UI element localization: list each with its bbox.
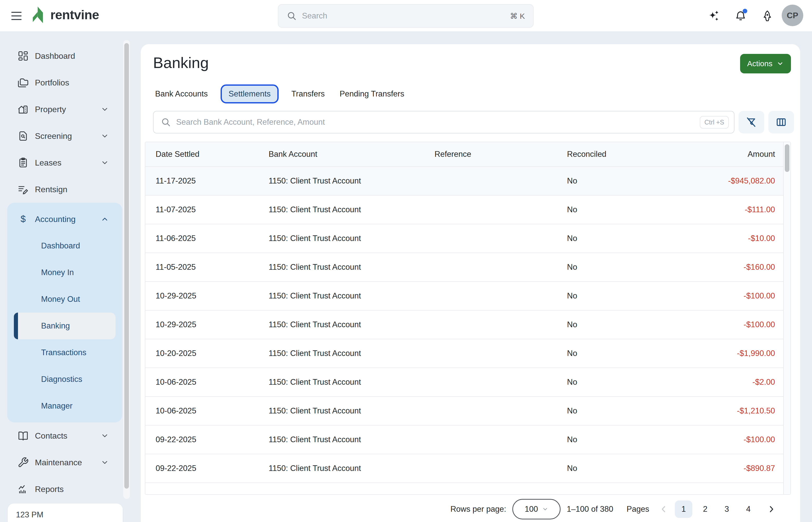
cell-reconciled: No [557,291,680,301]
sidebar-item-accounting[interactable]: $ Accounting [7,206,122,233]
sidebar-item-dashboard[interactable]: Dashboard [0,43,130,69]
cell-amount: -$10.00 [680,234,790,243]
dashboard-grid-icon [17,50,29,62]
page-button-1[interactable]: 1 [675,500,692,518]
notifications-bell[interactable] [734,10,747,22]
cell-amount: -$111.00 [680,205,790,214]
clipboard-icon [17,157,29,168]
sidebar-item-reports[interactable]: Reports [0,476,130,502]
sidebar-item-portfolios[interactable]: Portfolios [0,69,130,96]
cell-reconciled: No [557,435,680,444]
sidebar-subitem-banking-active[interactable]: Banking [14,313,116,339]
next-page-chevron-icon[interactable] [766,504,777,514]
hamburger-menu-icon[interactable] [11,10,24,22]
column-header-reconciled: Reconciled [557,149,680,159]
wrench-icon [17,457,29,468]
ai-sparkles-icon[interactable] [708,10,720,22]
rocket-icon[interactable] [761,10,773,22]
chevron-down-icon [777,60,784,67]
tab-settlements-active[interactable]: Settlements [220,84,278,103]
cell-date: 11-05-2025 [146,263,258,272]
sidebar-item-property[interactable]: Property [0,96,130,123]
rows-per-page-label: Rows per page: [450,505,506,514]
tab-bank-accounts[interactable]: Bank Accounts [153,85,210,103]
chart-icon [17,483,29,495]
cell-date: 11-07-2025 [146,205,258,214]
cell-amount: -$160.00 [680,263,790,272]
sidebar-item-rentsign[interactable]: Rentsign [0,176,130,203]
filter-off-icon [746,117,757,128]
tab-pending-transfers[interactable]: Pending Transfers [338,85,407,103]
table-search-input[interactable] [176,118,695,127]
global-search-input[interactable] [302,11,505,21]
user-avatar[interactable]: CP [782,5,803,26]
columns-button[interactable] [768,111,794,134]
cell-account: 1150: Client Trust Account [258,263,424,272]
rows-per-page-select[interactable]: 100 [512,499,561,519]
cell-amount: -$1,210.50 [680,406,790,416]
pages-label: Pages [626,505,649,514]
table-header-row: Date Settled Bank Account Reference Reco… [146,142,790,167]
table-row[interactable]: 11-05-2025 1150: Client Trust Account No… [146,253,790,282]
rentvine-logo-mark [32,5,47,25]
chevron-down-icon [101,132,109,140]
sidebar-item-label: Maintenance [35,458,82,467]
table-row[interactable]: 11-17-2025 1150: Client Trust Account No… [146,167,790,196]
search-icon [287,11,297,21]
footer-time: 123 PM [8,503,123,519]
tab-transfers[interactable]: Transfers [289,85,327,103]
sidebar-subitem-manager[interactable]: Manager [7,393,122,419]
pagination-range: 1–100 of 380 [567,505,613,514]
cell-amount: -$890.87 [680,464,790,473]
actions-button[interactable]: Actions [740,54,791,74]
dollar-icon: $ [17,214,29,224]
table-row[interactable]: 10-29-2025 1150: Client Trust Account No… [146,310,790,339]
sidebar-subitem-accounting-dashboard[interactable]: Dashboard [7,233,122,259]
sidebar-item-screening[interactable]: Screening [0,123,130,149]
sidebar-subitem-transactions[interactable]: Transactions [7,339,122,366]
sidebar-item-label: Reports [35,484,64,494]
sidebar-subitem-money-in[interactable]: Money In [7,259,122,286]
table-search[interactable]: Ctrl +S [153,111,734,134]
cell-reconciled: No [557,406,680,416]
sidebar-scrollbar [123,40,130,499]
table-row[interactable]: 09-22-2025 1150: Client Trust Account No… [146,454,790,483]
previous-page-chevron-icon[interactable] [658,504,669,514]
cell-date: 09-22-2025 [146,464,258,473]
table-row[interactable]: 10-06-2025 1150: Client Trust Account No… [146,397,790,425]
table-row[interactable]: 11-07-2025 1150: Client Trust Account No… [146,196,790,224]
table-row[interactable]: 10-06-2025 1150: Client Trust Account No… [146,368,790,397]
sidebar-subitem-diagnostics[interactable]: Diagnostics [7,366,122,393]
page-button-4[interactable]: 4 [739,500,757,518]
cell-date: 11-06-2025 [146,234,258,243]
cell-date: 10-06-2025 [146,378,258,387]
book-open-icon [17,430,29,441]
clear-filters-button[interactable] [738,111,764,134]
sidebar: Dashboard Portfolios Property [0,31,130,522]
page-button-2[interactable]: 2 [696,500,714,518]
sidebar-scrollbar-thumb[interactable] [124,43,129,489]
chevron-down-icon [101,431,109,440]
table-row[interactable]: 10-20-2025 1150: Client Trust Account No… [146,339,790,368]
sidebar-footer-card: 123 PM [8,503,123,522]
sidebar-item-label: Contacts [35,431,67,441]
table-row[interactable]: 10-29-2025 1150: Client Trust Account No… [146,282,790,310]
sidebar-item-leases[interactable]: Leases [0,149,130,176]
cell-date: 10-06-2025 [146,406,258,416]
topbar: rentvine ⌘ K CP [0,0,812,31]
signature-icon [17,184,29,195]
sidebar-item-maintenance[interactable]: Maintenance [0,449,130,476]
cell-amount: -$100.00 [680,435,790,444]
chevron-down-icon [101,458,109,466]
sidebar-subitem-money-out[interactable]: Money Out [7,286,122,313]
table-scrollbar-thumb[interactable] [785,144,789,172]
sidebar-item-contacts[interactable]: Contacts [0,422,130,449]
page-button-3[interactable]: 3 [718,500,735,518]
table-row[interactable]: 11-06-2025 1150: Client Trust Account No… [146,224,790,253]
column-header-bank-account: Bank Account [258,149,424,159]
table-row[interactable]: 09-22-2025 1150: Client Trust Account No… [146,425,790,454]
folders-icon [17,77,29,88]
cell-account: 1150: Client Trust Account [258,234,424,243]
global-search[interactable]: ⌘ K [278,4,534,28]
cell-account: 1150: Client Trust Account [258,406,424,416]
